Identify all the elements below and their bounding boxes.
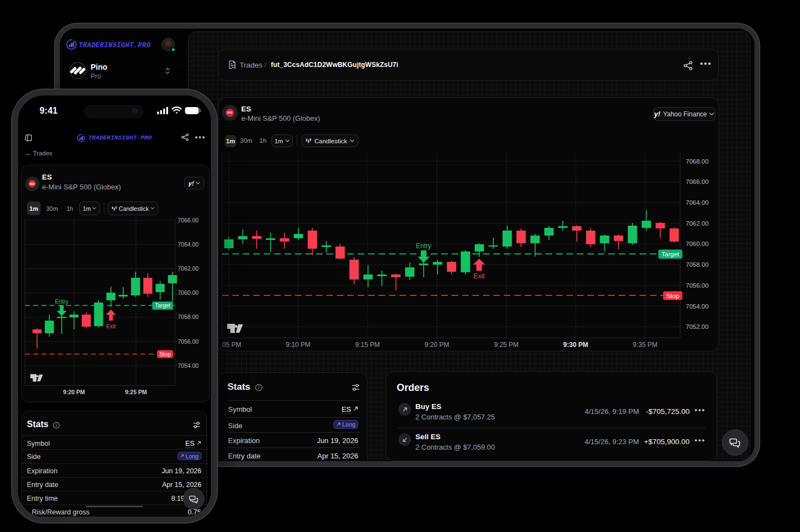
svg-text:9:30 PM: 9:30 PM [563,341,588,349]
svg-text:9:20 PM: 9:20 PM [425,341,449,349]
svg-text:7054.00: 7054.00 [686,303,709,310]
svg-text:9:35 PM: 9:35 PM [633,341,658,349]
svg-text:Stop: Stop [666,293,680,299]
svg-text:Stop: Stop [159,351,171,357]
svg-text:7062.00: 7062.00 [178,265,199,272]
svg-text:7056.00: 7056.00 [686,282,709,289]
svg-text:7066.00: 7066.00 [686,178,709,185]
svg-text:Entry: Entry [55,298,69,305]
svg-text:7058.00: 7058.00 [686,261,709,268]
svg-text:7058.00: 7058.00 [178,313,199,320]
svg-text:7068.00: 7068.00 [686,158,709,165]
svg-text:7060.00: 7060.00 [178,289,199,296]
svg-text:Exit: Exit [106,323,116,329]
svg-text:7064.00: 7064.00 [178,241,199,248]
svg-text:Exit: Exit [474,272,485,280]
svg-text:Target: Target [155,303,170,309]
svg-text:Entry: Entry [416,242,431,250]
svg-text:7056.00: 7056.00 [178,338,199,345]
svg-text:05 PM: 05 PM [222,341,241,349]
svg-text:9:25 PM: 9:25 PM [494,341,519,349]
svg-text:7052.00: 7052.00 [686,323,709,330]
svg-text:Target: Target [662,251,680,257]
svg-text:9:10 PM: 9:10 PM [286,341,310,349]
svg-text:9:15 PM: 9:15 PM [355,341,380,349]
svg-text:9:20 PM: 9:20 PM [63,389,85,395]
svg-text:7066.00: 7066.00 [178,217,199,223]
svg-text:7064.00: 7064.00 [686,199,709,206]
svg-text:7062.00: 7062.00 [686,220,709,227]
svg-text:7060.00: 7060.00 [686,240,709,247]
svg-text:9:25 PM: 9:25 PM [125,389,147,395]
svg-text:7054.00: 7054.00 [178,362,199,369]
